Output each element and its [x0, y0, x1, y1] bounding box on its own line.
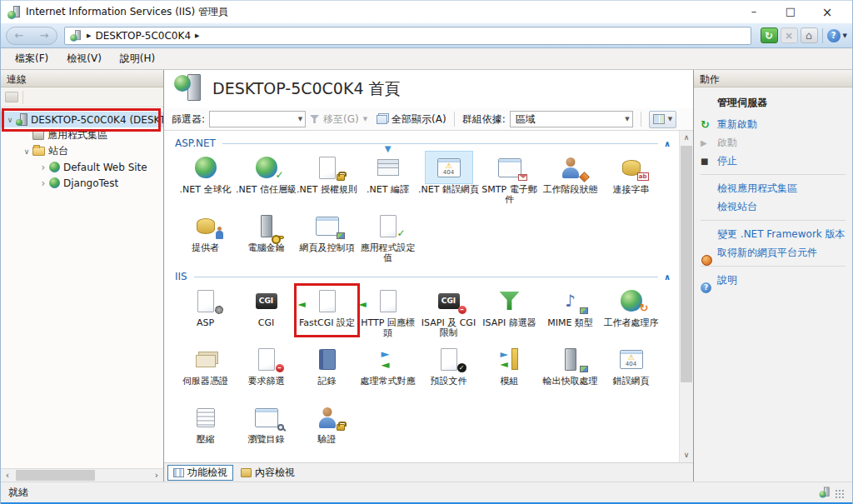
tree-item[interactable]: DESKTOP-5C0C0K4 (DESKT — [1, 112, 163, 127]
feature-item[interactable]: ✓應用程式設定值 — [357, 209, 418, 267]
feature-item[interactable]: 壓縮 — [175, 401, 236, 459]
menu-item[interactable]: 檔案(F) — [7, 49, 56, 68]
window-404-icon: 404 — [437, 158, 461, 177]
feature-item[interactable]: ◄FastCGI 設定 — [297, 284, 357, 342]
view-tab[interactable]: 內容檢視 — [236, 465, 300, 481]
scroll-down-icon[interactable] — [680, 448, 693, 462]
tree-item[interactable]: DjangoTest — [1, 175, 163, 191]
feature-label: .NET 信任層級 — [236, 185, 297, 195]
tree-item[interactable]: 應用程式集區 — [1, 127, 163, 143]
action-item[interactable]: 啟動 — [701, 133, 846, 152]
feature-item[interactable]: 輸出快取處理 — [540, 342, 601, 401]
tree-item[interactable]: Default Web Site — [1, 159, 163, 175]
feature-item[interactable]: 瀏覽目錄 — [236, 401, 297, 459]
feature-item[interactable]: 工作階段狀態 — [540, 151, 601, 209]
chevron-down-icon[interactable] — [625, 116, 629, 122]
view-tab[interactable]: 功能檢視 — [167, 465, 233, 481]
feature-icon-wrap: ab — [607, 151, 656, 184]
filter-go-button[interactable]: 移至(G) — [323, 112, 359, 127]
feature-icon-wrap: CGI — [242, 284, 291, 317]
tree-expander-icon[interactable] — [21, 147, 32, 156]
feature-item[interactable]: ✓.NET 信任層級 — [236, 151, 297, 209]
feature-item[interactable]: ASP — [175, 284, 236, 342]
feature-item[interactable]: ↻工作者處理序 — [601, 284, 661, 342]
feature-item[interactable]: .NET 授權規則 — [297, 151, 357, 209]
feature-item[interactable]: 網頁及控制項 — [297, 209, 357, 267]
action-item[interactable]: 檢視應用程式集區 — [701, 179, 846, 197]
feature-item[interactable]: 伺服器憑證 — [175, 342, 236, 401]
feature-item[interactable]: 404.NET 錯誤網頁 — [418, 151, 479, 209]
feature-item[interactable]: –要求篩選 — [236, 342, 297, 401]
action-item[interactable]: 說明 — [701, 271, 846, 289]
action-label: 重新啟動 — [717, 117, 757, 132]
feature-item[interactable]: ◄HTTP 回應標頭 — [357, 284, 418, 342]
feature-item[interactable]: ab連接字串 — [601, 151, 661, 209]
feature-item[interactable]: 404錯誤網頁 — [601, 342, 661, 401]
feature-item[interactable]: 驗證 — [297, 401, 357, 459]
icon-badge: ✓ — [397, 227, 405, 239]
help-button[interactable] — [827, 29, 847, 42]
back-button[interactable] — [15, 27, 24, 44]
window-controls-icon — [316, 217, 339, 236]
feature-item[interactable]: 提供者 — [175, 209, 236, 267]
stop-button[interactable] — [781, 27, 798, 43]
toolbar-divider — [822, 28, 823, 43]
features-scrollbar[interactable] — [679, 131, 693, 462]
feature-item[interactable]: ISAPI 篩選器 — [479, 284, 540, 342]
breadcrumb-arrow-icon[interactable] — [195, 32, 199, 39]
action-item[interactable]: 檢視站台 — [701, 197, 846, 216]
create-connection-icon[interactable] — [5, 92, 18, 102]
home-button[interactable] — [801, 27, 818, 43]
feature-item[interactable]: 記錄 — [297, 342, 357, 401]
output-cache-icon — [565, 348, 576, 371]
address-bar[interactable]: DESKTOP-5C0C0K4 — [64, 27, 751, 45]
feature-item[interactable]: 模組 — [479, 342, 540, 401]
mime-note-icon: ♪ — [565, 290, 576, 312]
menu-item[interactable]: 說明(H) — [112, 49, 162, 68]
feature-item[interactable]: ▼.NET 編譯 — [357, 151, 418, 209]
feature-item[interactable]: 電腦金鑰 — [236, 209, 297, 267]
menu-item[interactable]: 檢視(V) — [59, 49, 109, 68]
group-by-select[interactable]: 區域 — [510, 111, 633, 127]
chevron-down-icon[interactable] — [363, 116, 367, 122]
sidebar-horizontal-scrollbar[interactable] — [1, 468, 163, 482]
breadcrumb[interactable]: DESKTOP-5C0C0K4 — [95, 30, 191, 42]
tree-expander-icon[interactable] — [37, 162, 49, 173]
icon-badge: ◄ — [298, 298, 306, 310]
feature-item[interactable]: SMTP 電子郵件 — [479, 151, 540, 209]
show-all-button[interactable]: 全部顯示(A) — [392, 112, 446, 127]
feature-item[interactable]: ✓預設文件 — [418, 342, 479, 401]
forward-button[interactable] — [40, 27, 49, 44]
view-mode-button[interactable] — [649, 111, 676, 128]
scrollbar-track[interactable] — [14, 469, 150, 482]
action-item[interactable]: 取得新的網頁平台元件 — [701, 243, 846, 262]
scrollbar-thumb[interactable] — [16, 470, 95, 481]
scroll-right-icon[interactable] — [150, 470, 163, 482]
tree-expander-icon[interactable] — [4, 116, 16, 124]
breadcrumb-arrow-icon[interactable] — [87, 32, 91, 39]
scrollbar-thumb[interactable] — [681, 146, 692, 382]
collapse-section-icon[interactable] — [664, 272, 671, 282]
maximize-button[interactable] — [772, 5, 809, 20]
feature-item[interactable]: 處理常式對應 — [357, 342, 418, 401]
close-button[interactable] — [809, 5, 846, 20]
filter-input[interactable] — [209, 111, 306, 127]
feature-item[interactable]: CGI–ISAPI 及 CGI 限制 — [418, 284, 479, 342]
scroll-left-icon[interactable] — [1, 470, 14, 482]
action-label: 說明 — [717, 273, 737, 287]
refresh-button[interactable] — [761, 27, 778, 43]
tree-expander-icon[interactable] — [37, 177, 49, 189]
minimize-button[interactable] — [736, 5, 772, 20]
scroll-up-icon[interactable] — [680, 131, 693, 145]
action-item[interactable]: 停止 — [701, 152, 846, 170]
action-item[interactable]: 變更 .NET Framework 版本 — [701, 225, 846, 243]
resize-grip[interactable] — [835, 489, 845, 499]
feature-item[interactable]: ♪MIME 類型 — [540, 284, 601, 342]
chevron-down-icon[interactable] — [298, 116, 302, 122]
feature-icon-wrap — [182, 209, 230, 242]
tree-item[interactable]: 站台 — [1, 143, 163, 159]
collapse-section-icon[interactable] — [664, 139, 671, 148]
feature-item[interactable]: CGICGI — [236, 284, 297, 342]
feature-item[interactable]: .NET 全球化 — [175, 151, 236, 209]
action-item[interactable]: 重新啟動 — [701, 115, 846, 133]
